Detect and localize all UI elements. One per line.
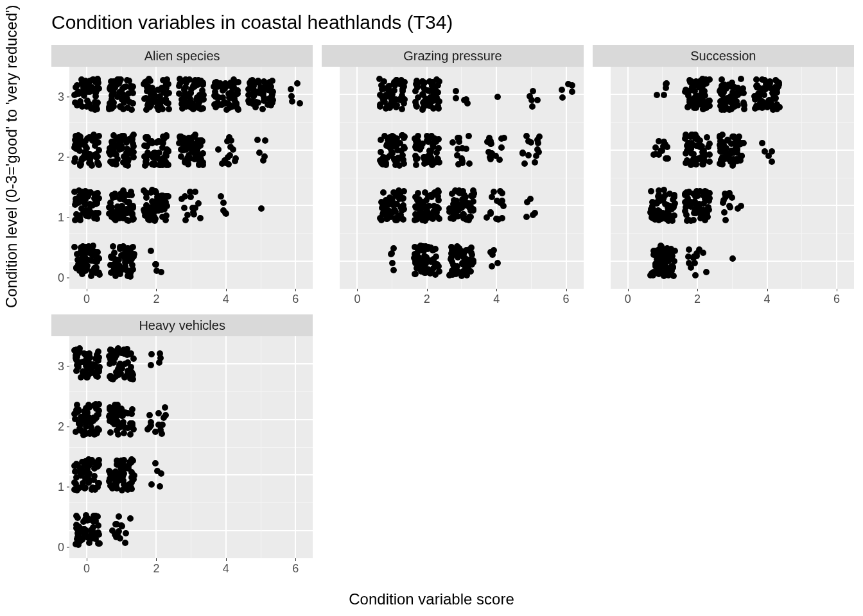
data-point xyxy=(670,273,677,279)
data-point xyxy=(261,153,268,160)
data-point xyxy=(110,261,117,268)
data-point xyxy=(462,248,468,255)
data-point xyxy=(116,257,122,263)
data-point xyxy=(380,189,387,196)
y-tick-label: 2 xyxy=(58,420,64,434)
data-point xyxy=(460,188,466,194)
data-point xyxy=(176,140,182,146)
data-point xyxy=(453,271,459,277)
data-point xyxy=(131,472,137,479)
data-point xyxy=(288,93,295,99)
data-point xyxy=(497,200,503,206)
data-point xyxy=(127,375,134,382)
data-point xyxy=(107,347,114,354)
data-point xyxy=(195,105,202,111)
data-point xyxy=(755,92,762,98)
plot-area xyxy=(611,67,854,289)
x-tick-label: 6 xyxy=(563,293,570,306)
data-point xyxy=(392,216,399,223)
data-point xyxy=(77,217,83,223)
x-tick-label: 6 xyxy=(292,293,299,306)
data-point xyxy=(118,210,124,217)
panel-strip-label: Grazing pressure xyxy=(322,45,583,67)
data-point xyxy=(565,81,571,87)
data-point xyxy=(129,262,135,268)
data-point xyxy=(232,155,239,162)
data-point xyxy=(121,346,127,353)
data-point xyxy=(89,202,96,209)
data-point xyxy=(420,259,426,265)
data-point xyxy=(670,204,677,210)
data-point xyxy=(470,193,476,199)
data-point xyxy=(161,415,167,421)
facet-panel: Heavy vehicles01230246 xyxy=(51,314,313,578)
data-point xyxy=(130,132,137,138)
data-point xyxy=(156,359,162,366)
data-point xyxy=(164,203,170,209)
data-point xyxy=(225,100,231,107)
data-point xyxy=(752,105,758,112)
data-point xyxy=(415,94,421,101)
data-point xyxy=(703,269,710,275)
data-point xyxy=(153,261,159,268)
y-tick-label: 3 xyxy=(58,90,64,104)
data-point xyxy=(663,254,669,261)
data-point xyxy=(194,80,200,87)
data-point xyxy=(396,189,403,195)
data-point xyxy=(688,264,694,271)
data-point xyxy=(85,459,92,465)
data-point xyxy=(388,250,395,257)
data-point xyxy=(700,250,706,256)
data-point xyxy=(422,218,428,224)
data-point xyxy=(184,212,191,218)
data-point xyxy=(759,140,765,146)
data-point xyxy=(92,486,98,493)
data-point xyxy=(661,92,667,98)
data-point xyxy=(245,92,252,98)
data-point xyxy=(399,207,405,214)
data-point xyxy=(430,98,437,104)
data-point xyxy=(148,248,154,254)
data-point xyxy=(120,472,126,478)
x-tick-label: 0 xyxy=(625,293,631,306)
data-point xyxy=(733,140,739,146)
x-tick-label: 6 xyxy=(833,293,840,306)
data-point xyxy=(96,427,102,433)
chart-title: Condition variables in coastal heathland… xyxy=(51,12,453,33)
data-point xyxy=(93,151,100,157)
x-tick-label: 2 xyxy=(424,293,430,306)
data-point xyxy=(258,205,265,212)
data-point xyxy=(230,146,236,153)
data-point xyxy=(414,103,420,110)
facet-grid: Alien species01230246Grazing pressure024… xyxy=(51,45,854,578)
x-tick-label: 2 xyxy=(153,562,159,576)
data-point xyxy=(729,194,735,201)
data-point xyxy=(535,140,541,146)
data-point xyxy=(753,76,760,83)
data-point xyxy=(418,268,424,275)
data-point xyxy=(529,103,536,110)
data-point xyxy=(128,107,135,113)
data-point xyxy=(181,205,187,211)
data-point xyxy=(759,105,765,111)
data-point xyxy=(494,260,501,266)
data-point xyxy=(399,106,405,112)
data-point xyxy=(93,355,100,361)
data-point xyxy=(91,195,98,201)
data-point xyxy=(94,216,100,222)
data-point xyxy=(704,214,711,220)
data-point xyxy=(214,99,221,106)
data-point xyxy=(413,142,419,148)
data-point xyxy=(493,153,499,159)
data-point xyxy=(769,158,775,165)
data-point xyxy=(85,402,92,408)
data-point xyxy=(143,107,150,113)
data-point xyxy=(148,189,154,196)
panel-strip-label: Alien species xyxy=(51,45,313,67)
data-point xyxy=(119,85,126,92)
data-point xyxy=(654,92,660,98)
data-point xyxy=(156,150,162,156)
data-point xyxy=(466,160,473,167)
data-point xyxy=(521,160,528,167)
x-tick-label: 0 xyxy=(83,562,90,576)
